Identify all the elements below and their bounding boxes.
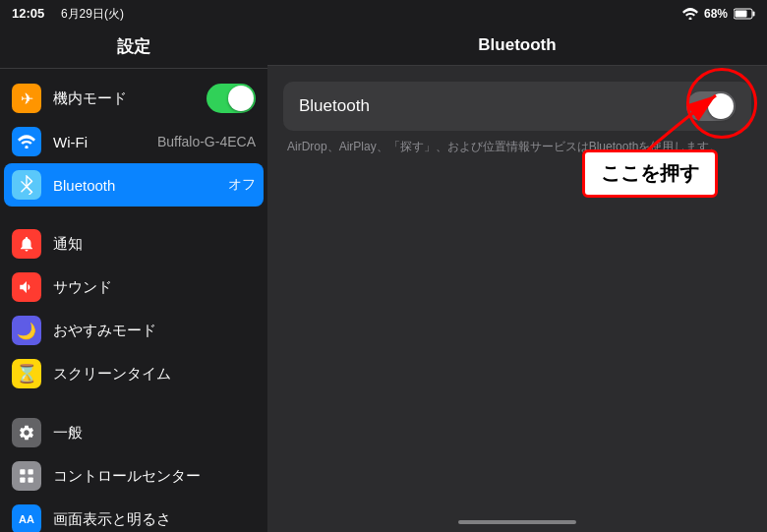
sound-icon: [12, 272, 41, 302]
wifi-value: Buffalo-G-4ECA: [157, 134, 256, 149]
general-label: 一般: [53, 424, 256, 443]
donotdisturb-label: おやすみモード: [53, 322, 256, 340]
airplane-icon: ✈: [12, 84, 41, 113]
display-icon: AA: [12, 504, 41, 532]
status-right: 68%: [682, 7, 755, 21]
home-indicator: [267, 512, 767, 532]
sound-label: サウンド: [53, 278, 256, 297]
svg-rect-7: [20, 469, 25, 474]
battery-icon: [734, 8, 755, 20]
status-bar: 12:05 6月29日(火) 68%: [0, 0, 767, 28]
screentime-icon: ⌛: [12, 359, 41, 388]
sidebar-item-general[interactable]: 一般: [0, 411, 267, 454]
svg-rect-10: [29, 478, 33, 483]
svg-rect-3: [736, 11, 747, 18]
bluetooth-value: オフ: [228, 176, 256, 194]
content-area: Bluetooth Bluetooth AirDrop、AirPlay、「探す」…: [267, 28, 767, 532]
sidebar-title: 設定: [0, 28, 267, 69]
bluetooth-label: Bluetooth: [53, 177, 216, 194]
donotdisturb-icon: 🌙: [12, 316, 41, 345]
controlcenter-label: コントロールセンター: [53, 467, 256, 486]
bluetooth-toggle-thumb: [708, 93, 734, 119]
screentime-label: スクリーンタイム: [53, 365, 256, 384]
bluetooth-toggle[interactable]: [686, 91, 736, 121]
sidebar-group-1: ✈ 機内モード Wi-Fi Buffalo-G-4ECA: [0, 77, 267, 207]
wifi-icon: [682, 8, 698, 20]
controlcenter-icon: [12, 461, 41, 491]
svg-rect-9: [20, 478, 25, 483]
sidebar-item-bluetooth[interactable]: Bluetooth オフ: [4, 163, 264, 207]
battery-level: 68%: [704, 7, 728, 21]
sidebar-group-3: 一般 コントロールセンター AA 画面表示と明るさ ホーム画面とDock: [0, 411, 267, 532]
callout-text: ここを押す: [601, 162, 699, 184]
airplane-label: 機内モード: [53, 89, 195, 108]
wifi-label: Wi-Fi: [53, 134, 146, 150]
content-title: Bluetooth: [267, 28, 767, 66]
sidebar-item-screentime[interactable]: ⌛ スクリーンタイム: [0, 352, 267, 395]
sidebar-item-display[interactable]: AA 画面表示と明るさ: [0, 498, 267, 532]
svg-point-0: [688, 18, 691, 21]
svg-point-4: [25, 146, 28, 148]
svg-rect-2: [753, 12, 755, 17]
sidebar-group-2: 通知 サウンド 🌙 おやすみモード ⌛ スクリーンタイム: [0, 222, 267, 395]
bluetooth-setting-row: Bluetooth: [283, 82, 751, 131]
notification-icon: [12, 229, 41, 259]
bluetooth-setting-label: Bluetooth: [299, 96, 686, 116]
airplane-toggle[interactable]: [206, 84, 256, 113]
content-body: Bluetooth AirDrop、AirPlay、「探す」、および位置情報サー…: [267, 66, 767, 512]
bluetooth-icon: [12, 170, 41, 200]
sidebar-item-controlcenter[interactable]: コントロールセンター: [0, 454, 267, 498]
display-label: 画面表示と明るさ: [53, 510, 256, 529]
sidebar: 設定 ✈ 機内モード Wi-Fi: [0, 28, 267, 532]
sidebar-item-sound[interactable]: サウンド: [0, 266, 267, 309]
annotation-overlay: ここを押す: [267, 66, 767, 512]
sidebar-item-airplane[interactable]: ✈ 機内モード: [0, 77, 267, 120]
notification-label: 通知: [53, 235, 256, 254]
general-icon: [12, 418, 41, 447]
svg-rect-8: [29, 469, 33, 474]
sidebar-item-donotdisturb[interactable]: 🌙 おやすみモード: [0, 309, 267, 352]
home-bar: [458, 520, 576, 524]
sidebar-item-wifi[interactable]: Wi-Fi Buffalo-G-4ECA: [0, 120, 267, 163]
status-time: 12:05 6月29日(火): [12, 5, 682, 23]
annotation-callout: ここを押す: [582, 149, 718, 198]
bluetooth-description: AirDrop、AirPlay、「探す」、および位置情報サービスはBluetoo…: [283, 139, 751, 155]
wifi-setting-icon: [12, 127, 41, 156]
sidebar-item-notification[interactable]: 通知: [0, 222, 267, 266]
